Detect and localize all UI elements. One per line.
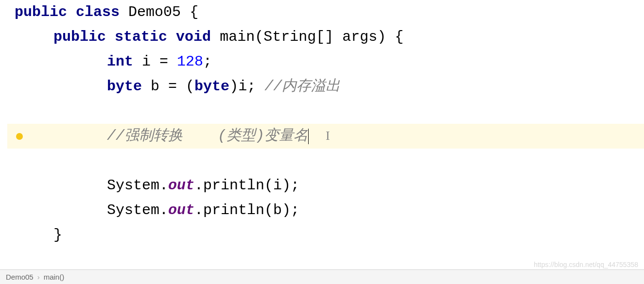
comment: //内存溢出 (264, 74, 340, 99)
field: out (168, 198, 194, 223)
code-line[interactable]: public class Demo05 { (7, 0, 644, 25)
code-editor[interactable]: public class Demo05 { public static void… (0, 0, 644, 248)
text-cursor (308, 129, 309, 144)
code-line[interactable]: } (7, 223, 644, 248)
ibeam-cursor-icon: I (326, 125, 330, 147)
watermark: https://blog.csdn.net/qq_44755358 (534, 261, 638, 268)
chevron-right-icon: › (37, 273, 40, 281)
code-line[interactable]: public static void main(String[] args) { (7, 25, 644, 50)
breadcrumb-item[interactable]: Demo05 (6, 273, 34, 281)
code-line[interactable]: System.out.println(b); (7, 198, 644, 223)
keyword: int (107, 50, 133, 74)
class-ref: System. (107, 198, 168, 223)
code-line-empty[interactable] (7, 99, 644, 124)
comment: //强制转换 (类型)变量名 (107, 124, 308, 149)
brace: { (395, 25, 403, 50)
brace: { (190, 0, 198, 25)
number: 128 (177, 50, 203, 74)
field: out (168, 173, 194, 198)
keyword: static (115, 25, 167, 50)
semicolon: ; (203, 50, 212, 74)
keyword: public (53, 25, 106, 50)
method-name: main (220, 25, 255, 50)
variable: i (142, 50, 151, 74)
params: (String[] args) (255, 25, 386, 50)
keyword: void (176, 25, 211, 50)
class-ref: System. (107, 173, 168, 198)
operator: = (159, 50, 168, 74)
paren: ( (186, 74, 194, 99)
keyword: byte (194, 74, 229, 99)
code-line-empty[interactable] (7, 149, 644, 173)
code-line[interactable]: int i = 128; (7, 50, 644, 74)
operator: = (168, 74, 177, 99)
class-name: Demo05 (128, 0, 181, 25)
keyword: byte (107, 74, 142, 99)
keyword: class (76, 0, 120, 25)
breadcrumb[interactable]: Demo05 › main() (0, 269, 644, 284)
variable: b (151, 74, 159, 99)
lightbulb-icon[interactable] (16, 133, 23, 140)
code-line[interactable]: byte b = (byte)i; //内存溢出 (7, 74, 644, 99)
method-call: .println(i); (194, 173, 299, 198)
code-line-active[interactable]: //强制转换 (类型)变量名I (7, 124, 644, 149)
breadcrumb-item[interactable]: main() (44, 273, 65, 281)
cast-close: )i; (229, 74, 256, 99)
code-line[interactable]: System.out.println(i); (7, 173, 644, 198)
brace: } (53, 223, 62, 248)
keyword: public (15, 0, 67, 25)
method-call: .println(b); (194, 198, 299, 223)
